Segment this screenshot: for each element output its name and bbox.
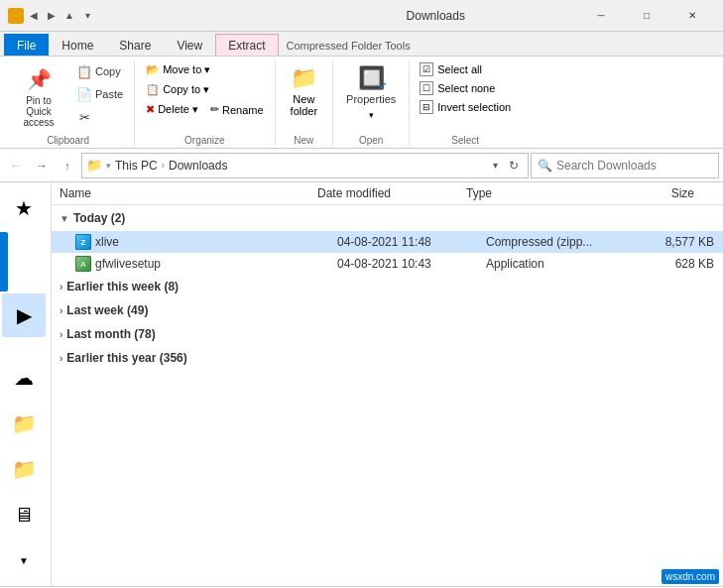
table-row[interactable]: Z xlive 04-08-2021 11:48 Compressed (zip… xyxy=(52,231,723,253)
invert-selection-item[interactable]: ⊟ Invert selection xyxy=(416,98,515,116)
table-row[interactable]: A gfwlivesetup 04-08-2021 10:43 Applicat… xyxy=(52,253,723,275)
paste-button[interactable]: 📄 Paste xyxy=(71,83,128,105)
group-last-week-label: Last week (49) xyxy=(66,303,148,317)
file-date-gfw: 04-08-2021 10:43 xyxy=(337,257,486,271)
forward-arrow-btn[interactable]: ▶ xyxy=(44,8,60,24)
delete-button[interactable]: ✖ Delete ▾ xyxy=(141,100,203,119)
minimize-button[interactable]: ─ xyxy=(578,0,624,32)
window-controls: ─ □ ✕ xyxy=(578,0,715,32)
title-bar: ◀ ▶ ▲ ▾ Downloads ─ □ ✕ xyxy=(0,0,723,32)
sidebar-item-active[interactable]: ▶ xyxy=(2,294,46,337)
close-button[interactable]: ✕ xyxy=(669,0,715,32)
address-dropdown-button[interactable]: ▾ xyxy=(491,160,500,171)
header-date[interactable]: Date modified xyxy=(317,186,466,200)
header-name[interactable]: Name xyxy=(60,186,317,200)
new-folder-icon: 📁 xyxy=(291,65,317,91)
select-all-item[interactable]: ☑ Select all xyxy=(416,60,515,78)
file-list-header: Name Date modified Type Size xyxy=(52,182,723,205)
group-header-last-week[interactable]: › Last week (49) xyxy=(52,298,723,322)
clipboard-label: Clipboard xyxy=(8,135,128,146)
address-path: This PC › Downloads xyxy=(115,159,487,173)
open-label: Open xyxy=(339,135,403,146)
header-size[interactable]: Size xyxy=(615,186,694,200)
new-folder-button[interactable]: 📁 Newfolder xyxy=(282,60,327,122)
search-input[interactable] xyxy=(556,159,712,173)
tab-file[interactable]: File xyxy=(4,34,49,56)
file-size-gfw: 628 KB xyxy=(635,257,714,271)
search-bar[interactable]: 🔍 xyxy=(531,153,719,178)
tab-view[interactable]: View xyxy=(164,34,215,56)
window-title: Downloads xyxy=(294,9,579,23)
file-name-gfw: gfwlivesetup xyxy=(95,257,337,271)
ribbon-content: 📌 Pin to Quick access 📋 Copy 📄 Paste ✂ C… xyxy=(0,56,723,149)
sidebar-spacer xyxy=(2,339,49,354)
select-content: ☑ Select all ☐ Select none ⊟ Invert sele… xyxy=(416,60,515,133)
sidebar-item-folder2[interactable]: 📁 xyxy=(2,447,46,491)
ribbon-tab-bar: File Home Share View Extract Compressed … xyxy=(0,32,723,56)
refresh-button[interactable]: ↻ xyxy=(504,156,524,176)
group-earlier-week-label: Earlier this week (8) xyxy=(66,280,179,294)
ribbon-group-new: 📁 Newfolder New xyxy=(278,60,334,146)
sidebar: ★ ▶ ☁ 📁 📁 🖥 ▼ xyxy=(0,182,52,586)
group-last-month-label: Last month (78) xyxy=(66,327,155,341)
sidebar-scroll-down[interactable]: ▼ xyxy=(2,538,46,582)
file-type-xlive: Compressed (zipp... xyxy=(486,235,635,249)
new-content: 📁 Newfolder xyxy=(282,60,327,133)
sidebar-item-star[interactable]: ★ xyxy=(2,186,46,230)
pin-label: Pin to Quick access xyxy=(15,95,62,128)
ribbon-group-organize: 📂 Move to ▾ 📋 Copy to ▾ ✖ Delete ▾ ✏ Ren… xyxy=(137,60,275,146)
navigation-bar: ← → ↑ 📁 ▾ This PC › Downloads ▾ ↻ 🔍 xyxy=(0,149,723,182)
address-bar[interactable]: 📁 ▾ This PC › Downloads ▾ ↻ xyxy=(81,153,529,178)
title-bar-left: ◀ ▶ ▲ ▾ xyxy=(8,8,294,24)
group-header-today[interactable]: ▼ Today (2) xyxy=(52,205,723,231)
dropdown-arrow-btn[interactable]: ▾ xyxy=(79,8,95,24)
dropdown-arrow-nav: ▾ xyxy=(106,161,111,171)
rename-label: Rename xyxy=(222,104,264,116)
delete-rename-row: ✖ Delete ▾ ✏ Rename xyxy=(141,100,268,119)
move-to-button[interactable]: 📂 Move to ▾ xyxy=(141,60,268,79)
select-none-item[interactable]: ☐ Select none xyxy=(416,79,515,97)
path-part-downloads[interactable]: Downloads xyxy=(169,159,227,173)
copy-to-button[interactable]: 📋 Copy to ▾ xyxy=(141,80,268,99)
maximize-button[interactable]: □ xyxy=(624,0,669,32)
properties-dropdown[interactable]: ▾ xyxy=(369,110,374,120)
file-name-xlive: xlive xyxy=(95,235,337,249)
compressed-folder-tools-label: Compressed Folder Tools xyxy=(279,36,419,56)
sidebar-item-folder1[interactable]: 📁 xyxy=(2,402,46,445)
header-type[interactable]: Type xyxy=(466,186,615,200)
chevron-down-icon: ▼ xyxy=(60,213,69,224)
select-all-checkbox: ☑ xyxy=(420,62,433,76)
group-today-label: Today (2) xyxy=(73,211,125,225)
sidebar-item-desktop[interactable]: 🖥 xyxy=(2,493,46,536)
pin-to-quick-access-button[interactable]: 📌 Pin to Quick access xyxy=(8,60,69,133)
forward-button[interactable]: → xyxy=(30,154,54,177)
ribbon-group-select: ☑ Select all ☐ Select none ⊟ Invert sele… xyxy=(412,60,521,146)
back-arrow-btn[interactable]: ◀ xyxy=(26,8,42,24)
group-header-last-month[interactable]: › Last month (78) xyxy=(52,322,723,346)
properties-icon: 🔲 ✔ xyxy=(358,65,385,91)
rename-button[interactable]: ✏ Rename xyxy=(205,100,269,119)
group-earlier-year-label: Earlier this year (356) xyxy=(66,351,186,365)
tab-share[interactable]: Share xyxy=(106,34,164,56)
scissors-icon: ✂ xyxy=(76,109,92,125)
back-button[interactable]: ← xyxy=(4,154,28,177)
tab-extract[interactable]: Extract xyxy=(215,34,278,56)
up-button[interactable]: ↑ xyxy=(56,154,79,177)
properties-button[interactable]: 🔲 ✔ Properties xyxy=(339,60,403,110)
select-buttons: ☑ Select all ☐ Select none ⊟ Invert sele… xyxy=(416,60,515,116)
tab-home[interactable]: Home xyxy=(49,34,106,56)
sidebar-item-cloud[interactable]: ☁ xyxy=(2,356,46,400)
app-icon: A xyxy=(75,256,91,272)
up-arrow-btn[interactable]: ▲ xyxy=(61,8,77,24)
cut-button[interactable]: ✂ xyxy=(71,106,128,128)
chevron-right-icon: › xyxy=(60,329,62,340)
file-size-xlive: 8,577 KB xyxy=(635,235,714,249)
group-header-earlier-year[interactable]: › Earlier this year (356) xyxy=(52,346,723,370)
copy-button[interactable]: 📋 Copy xyxy=(71,60,128,82)
group-header-earlier-week[interactable]: › Earlier this week (8) xyxy=(52,275,723,298)
clipboard-content: 📌 Pin to Quick access 📋 Copy 📄 Paste ✂ xyxy=(8,60,128,133)
path-part-thispc[interactable]: This PC xyxy=(115,159,158,173)
properties-label: Properties xyxy=(346,93,396,105)
folder-icon-nav: 📁 xyxy=(86,158,102,173)
organize-label: Organize xyxy=(141,135,268,146)
